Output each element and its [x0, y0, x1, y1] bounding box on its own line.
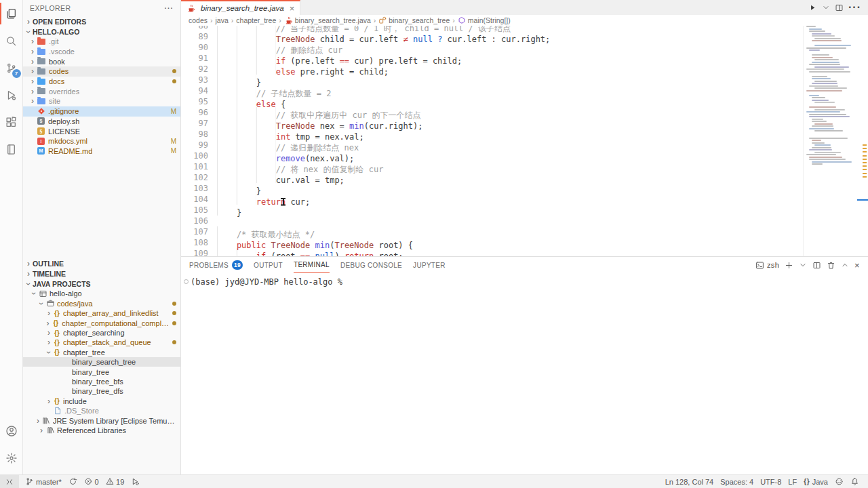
- java-item-hello-algo[interactable]: ›hello-algo: [23, 289, 180, 298]
- status-eol[interactable]: LF: [785, 475, 800, 488]
- java-item-binary-tree-bfs[interactable]: binary_tree_bfs: [23, 377, 180, 386]
- explorer-item-site[interactable]: ›site: [23, 96, 180, 106]
- chevron-down-icon[interactable]: [822, 3, 830, 12]
- code-editor[interactable]: 88// 当子结点数量 = 0 / 1 时， child = null / 该子…: [181, 26, 868, 256]
- line-number: 95: [181, 96, 208, 107]
- status-encoding[interactable]: UTF-8: [757, 475, 785, 488]
- panel-tab-jupyter[interactable]: JUPYTER: [413, 257, 446, 273]
- activitybar-explorer-icon[interactable]: [0, 0, 23, 27]
- java-item-jre-system-library-eclipse-temurin-17-17-[interactable]: ›JRE System Library [Eclipse Temurin 17 …: [23, 415, 180, 425]
- status-feedback[interactable]: [831, 475, 847, 488]
- explorer-item-codes[interactable]: ›codes: [23, 66, 180, 77]
- overview-ruler: [860, 26, 868, 256]
- status-indentation[interactable]: Spaces: 4: [717, 475, 757, 488]
- minimap-line: [814, 45, 851, 46]
- breadcrumb-item[interactable]: binary_search_tree.java: [284, 16, 371, 25]
- panel-tab-debug-console[interactable]: DEBUG CONSOLE: [340, 257, 402, 273]
- activitybar-run-debug-icon[interactable]: [0, 81, 23, 108]
- minimap-line: [812, 100, 829, 101]
- java-item-binary-tree-dfs[interactable]: binary_tree_dfs: [23, 386, 180, 396]
- breadcrumb-item[interactable]: main(String[]): [458, 16, 511, 24]
- close-panel-button[interactable]: ×: [854, 260, 860, 270]
- line-number: 108: [181, 237, 208, 248]
- section-timeline[interactable]: › TIMELINE: [23, 268, 180, 279]
- java-item-chapter-array-and-linkedlist[interactable]: ›{}chapter_array_and_linkedlist: [23, 308, 180, 318]
- code-line-101: 101// 将 nex 的值复制给 cur: [181, 161, 803, 172]
- activitybar-notebook-icon[interactable]: [0, 136, 23, 163]
- explorer-item--gitignore[interactable]: .gitignoreM: [23, 106, 180, 117]
- java-item-binary-search-tree[interactable]: binary_search_tree: [23, 357, 180, 367]
- java-item-chapter-searching[interactable]: ›{}chapter_searching: [23, 328, 180, 338]
- section-java-projects[interactable]: › JAVA PROJECTS: [23, 279, 180, 289]
- status-run-status[interactable]: [127, 475, 143, 488]
- breadcrumb-item[interactable]: chapter_tree: [236, 16, 276, 24]
- terminal[interactable]: (base) jyd@JYD-MBP hello-algo %: [181, 273, 868, 474]
- chevron-down-icon[interactable]: [799, 261, 807, 269]
- line-number: 93: [181, 75, 208, 85]
- breadcrumb-item[interactable]: binary_search_tree: [378, 16, 450, 24]
- explorer-item-docs[interactable]: ›docs: [23, 77, 180, 87]
- tab-bar: binary_search_tree.java × ···: [181, 0, 868, 15]
- activitybar-search-icon[interactable]: [0, 27, 23, 54]
- section-root-folder[interactable]: › HELLO-ALGO: [23, 26, 180, 37]
- java-item-codes-java[interactable]: ›codes/java: [23, 299, 180, 308]
- explorer-item-overrides[interactable]: ›overrides: [23, 86, 180, 96]
- explorer-item-book[interactable]: ›book: [23, 56, 180, 66]
- activitybar-extensions-icon[interactable]: [0, 108, 23, 136]
- section-open-editors[interactable]: › OPEN EDITORS: [23, 16, 180, 26]
- breadcrumb-item[interactable]: codes: [189, 16, 208, 24]
- close-icon[interactable]: ×: [290, 3, 295, 14]
- java-item-chapter-stack-and-queue[interactable]: ›{}chapter_stack_and_queue: [23, 338, 180, 347]
- java-item-binary-tree[interactable]: binary_tree: [23, 367, 180, 376]
- tab-binary-search-tree[interactable]: binary_search_tree.java ×: [181, 0, 300, 15]
- warnings-icon: [106, 477, 115, 486]
- java-item--ds-store[interactable]: .DS_Store: [23, 406, 180, 415]
- activitybar-settings-icon[interactable]: [0, 445, 23, 472]
- split-terminal-button[interactable]: [812, 261, 821, 270]
- more-actions-icon[interactable]: ···: [848, 1, 861, 14]
- panel-tab-terminal[interactable]: TERMINAL: [294, 257, 330, 273]
- explorer-item-deploy-sh[interactable]: $deploy.sh: [23, 117, 180, 127]
- minimap[interactable]: [803, 26, 860, 256]
- panel-tab-output[interactable]: OUTPUT: [254, 257, 283, 273]
- status-errors[interactable]: 0: [81, 475, 102, 488]
- new-terminal-button[interactable]: [785, 261, 793, 270]
- breadcrumb-separator: ›: [452, 16, 455, 24]
- status-warnings[interactable]: 19: [102, 475, 128, 488]
- folder-icon: [37, 49, 45, 55]
- breadcrumb-item[interactable]: java: [216, 16, 229, 24]
- activitybar-account-icon[interactable]: [0, 418, 23, 445]
- java-item-include[interactable]: ›{}include: [23, 396, 180, 406]
- split-editor-button[interactable]: [835, 3, 844, 12]
- status-sync[interactable]: [65, 475, 81, 488]
- explorer-item-license[interactable]: §LICENSE: [23, 126, 180, 136]
- explorer-item--git[interactable]: ›.git: [23, 37, 180, 47]
- project-icon: [38, 289, 47, 298]
- maximize-panel-button[interactable]: [841, 261, 849, 269]
- code-line-99: 99// 递归删除结点 nex: [181, 140, 803, 150]
- line-number: 94: [181, 85, 208, 96]
- kill-terminal-button[interactable]: [827, 261, 835, 270]
- status-notifications[interactable]: [847, 475, 863, 488]
- run-button[interactable]: [808, 3, 817, 12]
- panel-tab-problems[interactable]: PROBLEMS19: [189, 257, 243, 273]
- more-actions-icon[interactable]: ···: [165, 4, 174, 12]
- code-line-96: 96// 获取中序遍历中 cur 的下一个结点: [181, 107, 803, 118]
- java-item-chapter-computational-complexity[interactable]: ›{}chapter_computational_complexity: [23, 318, 180, 327]
- problems-badge: 19: [232, 260, 243, 270]
- minimap-line: [814, 109, 845, 110]
- java-item-chapter-tree[interactable]: ›{}chapter_tree: [23, 348, 180, 357]
- explorer-item-readme-md[interactable]: MREADME.mdM: [23, 146, 180, 157]
- java-item-referenced-libraries[interactable]: ›Referenced Libraries: [23, 426, 180, 435]
- code-line-93: 93}: [181, 75, 803, 85]
- status-remote-indicator[interactable]: [0, 475, 19, 488]
- explorer-item--vscode[interactable]: ›.vscode: [23, 47, 180, 57]
- section-outline[interactable]: › OUTLINE: [23, 258, 180, 268]
- status-language-mode[interactable]: { }Java: [800, 475, 831, 488]
- shell-selector[interactable]: zsh: [755, 261, 779, 270]
- activitybar-source-control-icon[interactable]: 7: [0, 54, 23, 81]
- status-cursor-position[interactable]: Ln 128, Col 74: [662, 475, 717, 488]
- status-git-branch[interactable]: master*: [22, 475, 65, 488]
- code-line-92: 92else pre.right = child;: [181, 64, 803, 75]
- explorer-item-mkdocs-yml[interactable]: !mkdocs.ymlM: [23, 136, 180, 146]
